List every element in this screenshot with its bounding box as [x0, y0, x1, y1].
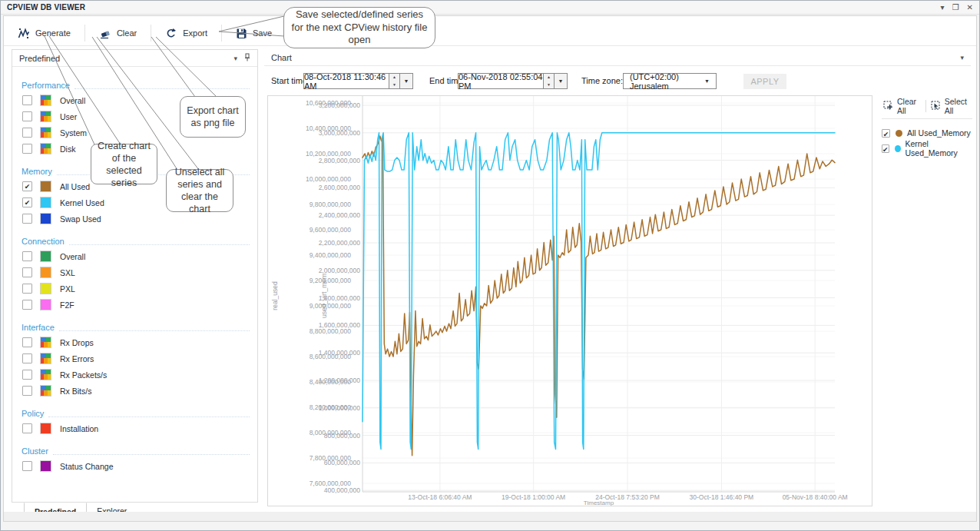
end-time-dropdown[interactable]: ▼	[555, 73, 568, 89]
start-time-spinner[interactable]: ▲▼	[389, 73, 400, 89]
unchecked-checkbox[interactable]	[22, 370, 32, 380]
spin-down-icon[interactable]: ▼	[544, 81, 554, 89]
series-section: InterfaceRx DropsRx ErrorsRx Packets/sRx…	[12, 320, 257, 399]
series-item-label: Rx Packets/s	[60, 370, 107, 380]
unchecked-checkbox[interactable]	[22, 337, 32, 347]
chevron-down-icon[interactable]: ▾	[233, 55, 237, 62]
legend-item[interactable]: Kernel Used_Memory	[882, 141, 972, 156]
series-section: PolicyInstallation	[12, 407, 257, 436]
unchecked-checkbox[interactable]	[22, 300, 32, 310]
y-axis-tick-label: 600,000,000	[324, 459, 361, 466]
pin-icon[interactable]	[244, 53, 250, 63]
section-divider	[48, 410, 250, 417]
series-item[interactable]: Overall	[12, 248, 257, 264]
series-color-swatch	[40, 251, 51, 262]
legend-item-label: Kernel Used_Memory	[906, 139, 972, 158]
select-all-icon	[931, 101, 941, 112]
clear-button-label: Clear	[117, 28, 137, 38]
start-time-dropdown[interactable]: ▼	[400, 73, 413, 89]
spin-up-icon[interactable]: ▲	[544, 74, 554, 81]
generate-button-label: Generate	[35, 28, 71, 38]
select-all-button[interactable]: Select All	[929, 97, 972, 115]
series-color-swatch	[40, 197, 51, 208]
checked-checkbox[interactable]	[22, 181, 32, 191]
chart-panel-header: Chart ▾	[264, 49, 971, 66]
unchecked-checkbox[interactable]	[22, 251, 32, 261]
start-time-input[interactable]: 08-Oct-2018 11:30:46 AM	[303, 73, 389, 89]
y-axis-tick-label: 2,600,000,000	[319, 184, 361, 191]
series-color-swatch	[40, 423, 51, 434]
export-button[interactable]: Export	[151, 24, 221, 42]
chart-plot-area[interactable]: 10,600,000,00010,400,000,00010,200,000,0…	[267, 95, 872, 506]
checked-checkbox[interactable]	[22, 197, 32, 207]
restore-icon[interactable]: ❐	[952, 2, 959, 14]
series-color-swatch	[40, 95, 51, 106]
unchecked-checkbox[interactable]	[22, 461, 32, 471]
series-color-swatch	[40, 111, 51, 122]
section-divider	[74, 82, 250, 89]
time-zone-select[interactable]: (UTC+02:00) Jerusalem ▼	[623, 73, 717, 89]
end-time-input[interactable]: 06-Nov-2018 02:55:04 PM	[458, 73, 544, 89]
clear-all-button[interactable]: Clear All	[882, 97, 922, 115]
series-item[interactable]: Status Change	[12, 458, 257, 474]
series-item[interactable]: Rx Drops	[12, 334, 257, 350]
unchecked-checkbox[interactable]	[22, 144, 32, 154]
series-item[interactable]: F2F	[12, 297, 257, 313]
section-title: Memory	[22, 167, 52, 176]
generate-chart-icon	[18, 28, 30, 39]
chart-canvas: 10,600,000,00010,400,000,00010,200,000,0…	[268, 96, 872, 506]
y-axis-title-real-used: real_used	[271, 281, 279, 310]
series-item[interactable]: Rx Bits/s	[12, 383, 257, 399]
checked-checkbox[interactable]	[882, 144, 889, 153]
clear-button[interactable]: Clear	[85, 24, 151, 42]
spin-down-icon[interactable]: ▼	[389, 81, 399, 89]
legend-item[interactable]: All Used_Memory	[882, 125, 972, 141]
chevron-down-icon: ▼	[704, 78, 710, 84]
unchecked-checkbox[interactable]	[22, 214, 32, 224]
series-color-swatch	[40, 299, 51, 310]
unchecked-checkbox[interactable]	[22, 423, 32, 433]
y-axis-tick-label: 9,600,000,000	[310, 226, 352, 234]
y-axis-tick-label: 3,000,000,000	[319, 129, 361, 137]
series-item-label: F2F	[60, 300, 74, 310]
y-axis-tick-label: 9,400,000,000	[310, 251, 352, 259]
series-item[interactable]: Installation	[12, 420, 257, 436]
generate-button[interactable]: Generate	[4, 24, 84, 42]
export-icon	[165, 28, 177, 39]
legend-divider	[882, 118, 972, 119]
end-time-spinner[interactable]: ▲▼	[544, 73, 555, 89]
eraser-icon	[99, 28, 111, 39]
series-item-label: Status Change	[60, 462, 113, 471]
spin-up-icon[interactable]: ▲	[389, 74, 399, 81]
unchecked-checkbox[interactable]	[22, 284, 32, 294]
unchecked-checkbox[interactable]	[22, 386, 32, 396]
x-axis-tick-label: 13-Oct-18 6:06:40 AM	[408, 493, 472, 501]
apply-button[interactable]: APPLY	[743, 74, 786, 89]
save-button-label: Save	[253, 28, 272, 38]
y-axis-tick-label: 9,200,000,000	[310, 277, 352, 284]
chevron-down-icon[interactable]: ▾	[960, 54, 964, 61]
series-item[interactable]: Rx Errors	[12, 350, 257, 367]
minimize-icon[interactable]: ▾	[941, 2, 945, 14]
series-item-label: PXL	[60, 284, 75, 294]
checked-checkbox[interactable]	[882, 129, 890, 138]
y-axis-tick-label: 2,800,000,000	[319, 157, 361, 164]
series-item-label: Installation	[60, 424, 98, 433]
unchecked-checkbox[interactable]	[22, 353, 32, 363]
series-item[interactable]: PXL	[12, 280, 257, 297]
section-title: Policy	[22, 409, 44, 418]
series-color-swatch	[40, 460, 51, 472]
series-item[interactable]: Rx Packets/s	[12, 367, 257, 383]
series-color-swatch	[40, 181, 51, 192]
save-button[interactable]: Save	[222, 24, 286, 42]
unchecked-checkbox[interactable]	[22, 128, 32, 138]
series-item[interactable]: SXL	[12, 264, 257, 280]
unchecked-checkbox[interactable]	[22, 95, 32, 105]
series-color-swatch	[40, 267, 51, 278]
y-axis-tick-label: 2,200,000,000	[319, 239, 361, 247]
close-icon[interactable]: ✕	[967, 2, 973, 14]
series-item-label: SXL	[60, 268, 75, 277]
unchecked-checkbox[interactable]	[22, 267, 32, 277]
unchecked-checkbox[interactable]	[22, 111, 32, 121]
time-zone-value: (UTC+02:00) Jerusalem	[630, 72, 704, 91]
